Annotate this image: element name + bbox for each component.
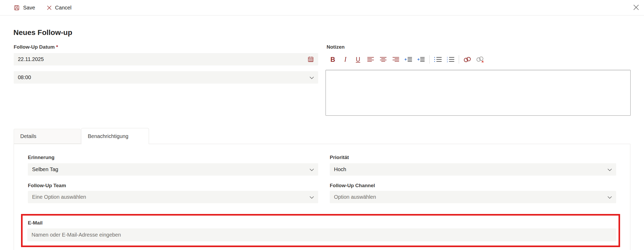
bold-icon[interactable]: B bbox=[328, 55, 337, 64]
align-left-icon[interactable] bbox=[366, 55, 375, 64]
tab-details-label: Details bbox=[20, 133, 36, 139]
chevron-down-icon bbox=[310, 194, 314, 200]
follow-up-time-dropdown[interactable]: 08:00 bbox=[14, 71, 318, 84]
priority-dropdown[interactable]: Hoch bbox=[330, 163, 616, 176]
follow-up-team-label: Follow-Up Team bbox=[28, 183, 66, 188]
notes-editor[interactable] bbox=[326, 70, 631, 116]
save-icon bbox=[14, 5, 20, 11]
reminder-dropdown[interactable]: Selben Tag bbox=[28, 163, 318, 176]
required-marker: * bbox=[56, 44, 58, 50]
bullet-list-icon[interactable] bbox=[434, 55, 442, 64]
notes-toolbar: B I U bbox=[328, 53, 484, 65]
indent-icon[interactable] bbox=[417, 55, 425, 64]
page-title: Neues Follow-up bbox=[13, 28, 72, 37]
cancel-button-label: Cancel bbox=[55, 5, 71, 11]
calendar-icon[interactable] bbox=[307, 56, 314, 63]
italic-icon[interactable]: I bbox=[341, 55, 350, 64]
chevron-down-icon bbox=[607, 194, 612, 200]
save-button-label: Save bbox=[23, 5, 35, 11]
chevron-down-icon bbox=[310, 74, 314, 80]
email-input[interactable] bbox=[32, 232, 612, 238]
notes-label: Notizen bbox=[327, 44, 345, 50]
follow-up-team-dropdown[interactable]: Eine Option auswählen bbox=[28, 191, 318, 203]
tab-benachrichtigung[interactable]: Benachrichtigung bbox=[81, 128, 149, 144]
insert-link-icon[interactable] bbox=[463, 55, 472, 64]
svg-text:3: 3 bbox=[447, 60, 448, 62]
follow-up-team-placeholder: Eine Option auswählen bbox=[32, 194, 86, 200]
follow-up-channel-placeholder: Option auswählen bbox=[334, 194, 376, 200]
save-button[interactable]: Save bbox=[14, 5, 35, 11]
remove-link-icon[interactable] bbox=[476, 55, 484, 64]
priority-label: Priorität bbox=[330, 155, 349, 160]
toolbar-separator bbox=[429, 55, 430, 64]
numbered-list-icon[interactable]: 123 bbox=[446, 55, 455, 64]
follow-up-channel-dropdown[interactable]: Option auswählen bbox=[330, 191, 616, 203]
align-center-icon[interactable] bbox=[379, 55, 388, 64]
close-icon[interactable] bbox=[633, 4, 640, 11]
follow-up-time-value: 08:00 bbox=[18, 74, 31, 80]
chevron-down-icon bbox=[607, 166, 612, 172]
chevron-down-icon bbox=[310, 166, 314, 172]
follow-up-channel-label: Follow-Up Channel bbox=[330, 183, 375, 188]
cancel-x-icon bbox=[47, 5, 52, 10]
toolbar-separator bbox=[459, 55, 459, 64]
tab-details[interactable]: Details bbox=[14, 129, 81, 144]
follow-up-date-label: Follow-Up Datum * bbox=[14, 44, 58, 50]
command-bar: Save Cancel bbox=[0, 0, 644, 16]
follow-up-date-input[interactable] bbox=[18, 56, 307, 62]
email-label: E-Mail bbox=[28, 220, 43, 226]
email-field bbox=[27, 228, 616, 241]
outdent-icon[interactable] bbox=[404, 55, 413, 64]
priority-value: Hoch bbox=[334, 166, 346, 172]
align-right-icon[interactable] bbox=[391, 55, 400, 64]
reminder-label: Erinnerung bbox=[28, 155, 54, 160]
tab-benachrichtigung-label: Benachrichtigung bbox=[88, 133, 128, 139]
underline-icon[interactable]: U bbox=[354, 55, 362, 64]
reminder-value: Selben Tag bbox=[32, 166, 58, 172]
follow-up-date-field bbox=[14, 53, 318, 65]
cancel-button[interactable]: Cancel bbox=[47, 5, 71, 11]
